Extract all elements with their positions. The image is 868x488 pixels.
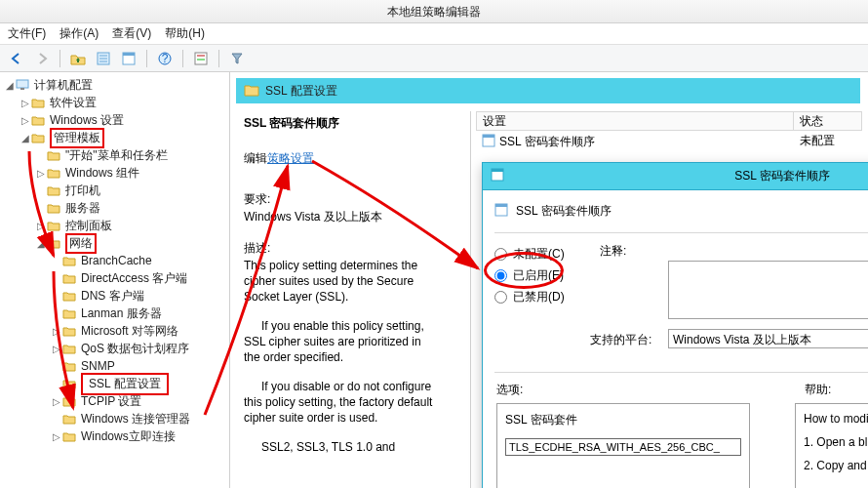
menu-bar: 文件(F) 操作(A) 查看(V) 帮助(H) [0,23,868,45]
col-setting[interactable]: 设置 [477,112,793,130]
option-group-label: SSL 密码套件 [505,412,741,428]
tree-branchcache[interactable]: BranchCache [0,252,229,269]
toolbar: ? [0,45,868,72]
options-panel: SSL 密码套件 [496,403,750,488]
tree-dns-client[interactable]: DNS 客户端 [0,287,229,305]
svg-rect-16 [492,169,503,172]
svg-rect-18 [495,204,507,207]
folder-icon [47,219,62,232]
folder-icon [62,324,78,338]
folder-icon [62,394,78,408]
folder-icon [62,254,78,267]
folder-icon [62,429,78,443]
policy-subtitle: SSL 密码套件顺序 [244,115,339,132]
folder-icon [47,148,62,162]
tree-qos[interactable]: ▷QoS 数据包计划程序 [0,340,229,357]
forward-icon [31,49,53,68]
folder-icon [47,201,62,215]
tree-printer[interactable]: 打印机 [0,182,229,199]
folder-icon [31,113,47,127]
props-icon[interactable] [190,49,212,68]
policy-dialog: SSL 密码套件顺序 SSL 密码套件顺序 上一个 未配置(C) 已启用(E) … [482,162,868,488]
dialog-titlebar[interactable]: SSL 密码套件顺序 [483,163,868,190]
tree-conn-mgr[interactable]: Windows 连接管理器 [0,410,229,427]
platform-label: 支持的平台: [590,332,651,348]
table-row[interactable]: SSL 密码套件顺序 未配置 [476,133,862,150]
folder-icon [62,306,78,320]
help-icon[interactable]: ? [154,49,176,68]
details-icon[interactable] [118,49,139,68]
svg-rect-9 [197,55,205,57]
tree-instant-conn[interactable]: ▷Windows立即连接 [0,427,229,445]
computer-icon [16,78,31,92]
options-label: 选项: [496,382,523,398]
tree-admin-templates[interactable]: ◢管理模板 [0,129,229,146]
filter-icon[interactable] [226,49,248,68]
note-label: 注释: [600,243,626,260]
requirements-value: Windows Vista 及以上版本 [244,209,382,225]
setting-icon [494,203,508,220]
row-state: 未配置 [794,133,862,150]
folder-icon [62,359,78,373]
tree-computer-config[interactable]: ◢计算机配置 [0,76,229,94]
svg-rect-12 [20,88,24,90]
tree-directaccess[interactable]: DirectAccess 客户端 [0,269,229,287]
tree-start-menu[interactable]: "开始"菜单和任务栏 [0,146,229,164]
tree-server[interactable]: 服务器 [0,199,229,217]
table-header: 设置 状态 [476,111,862,131]
folder-icon [244,83,259,100]
up-folder-icon[interactable] [67,49,89,68]
content-header-title: SSL 配置设置 [265,83,337,100]
col-state[interactable]: 状态 [793,112,861,130]
platform-value: Windows Vista 及以上版本 [668,329,868,348]
tree-ssl-config[interactable]: SSL 配置设置 [0,375,229,392]
dialog-heading: SSL 密码套件顺序 [516,203,612,220]
folder-icon [47,236,62,250]
folder-icon [62,412,78,426]
svg-rect-14 [483,135,494,138]
cipher-suite-input[interactable] [505,438,741,456]
menu-view[interactable]: 查看(V) [112,25,151,42]
menu-file[interactable]: 文件(F) [8,25,46,42]
svg-rect-11 [17,80,28,88]
setting-icon [482,134,495,150]
tree-ms-p2p[interactable]: ▷Microsoft 对等网络 [0,322,229,340]
tree-tcpip[interactable]: ▷TCPIP 设置 [0,392,229,410]
window-title: 本地组策略编辑器 [0,0,868,23]
highlight-circle-enabled [484,252,564,289]
svg-text:?: ? [162,52,169,65]
folder-icon [62,377,78,390]
help-label: 帮助: [805,382,831,398]
tree-pane: ◢计算机配置 ▷软件设置 ▷Windows 设置 ◢管理模板 "开始"菜单和任务… [0,72,230,488]
radio-disabled[interactable] [494,291,507,304]
svg-rect-5 [123,53,135,56]
folder-icon [47,183,62,197]
folder-icon [62,342,78,355]
folder-icon [31,131,47,144]
menu-help[interactable]: 帮助(H) [165,25,205,42]
menu-action[interactable]: 操作(A) [59,25,99,42]
tree-network[interactable]: ◢网络 [0,234,229,252]
dialog-icon [491,168,504,184]
folder-icon [47,166,62,180]
svg-rect-10 [197,59,205,61]
dialog-title-text: SSL 密码套件顺序 [510,168,868,184]
help-panel: How to modify t 1. Open a blank n 2. Cop… [795,403,868,488]
content-header: SSL 配置设置 [236,78,860,103]
radio-disabled-label: 已禁用(D) [513,289,565,305]
tree-windows-components[interactable]: ▷Windows 组件 [0,164,229,182]
edit-policy-link[interactable]: 策略设置 [267,151,314,165]
description-text: This policy setting determines the ciphe… [244,258,439,455]
back-icon[interactable] [6,49,27,68]
folder-icon [62,289,78,303]
note-textarea[interactable] [668,261,868,319]
folder-icon [31,96,47,109]
tree-control-panel[interactable]: ▷控制面板 [0,217,229,234]
tree-lanman[interactable]: Lanman 服务器 [0,305,229,322]
list-icon[interactable] [93,49,114,68]
tree-software-settings[interactable]: ▷软件设置 [0,94,229,111]
requirements-label: 要求: [244,191,270,208]
tree-windows-settings[interactable]: ▷Windows 设置 [0,111,229,129]
edit-line: 编辑策略设置 [244,150,314,167]
folder-icon [62,271,78,285]
